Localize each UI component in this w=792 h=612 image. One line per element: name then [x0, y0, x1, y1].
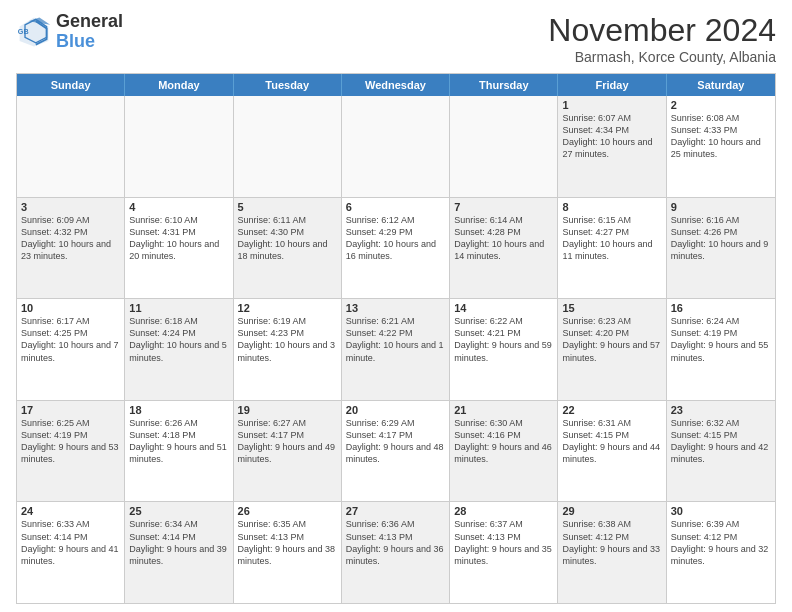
day-info: Sunrise: 6:11 AM Sunset: 4:30 PM Dayligh… [238, 214, 337, 263]
day-cell-29: 29Sunrise: 6:38 AM Sunset: 4:12 PM Dayli… [558, 502, 666, 603]
calendar: SundayMondayTuesdayWednesdayThursdayFrid… [16, 73, 776, 604]
page: GB General Blue November 2024 Barmash, K… [0, 0, 792, 612]
day-info: Sunrise: 6:27 AM Sunset: 4:17 PM Dayligh… [238, 417, 337, 466]
day-header-tuesday: Tuesday [234, 74, 342, 96]
day-info: Sunrise: 6:34 AM Sunset: 4:14 PM Dayligh… [129, 518, 228, 567]
day-cell-2: 2Sunrise: 6:08 AM Sunset: 4:33 PM Daylig… [667, 96, 775, 197]
day-number: 12 [238, 302, 337, 314]
day-info: Sunrise: 6:15 AM Sunset: 4:27 PM Dayligh… [562, 214, 661, 263]
day-info: Sunrise: 6:32 AM Sunset: 4:15 PM Dayligh… [671, 417, 771, 466]
day-cell-27: 27Sunrise: 6:36 AM Sunset: 4:13 PM Dayli… [342, 502, 450, 603]
day-number: 29 [562, 505, 661, 517]
day-number: 24 [21, 505, 120, 517]
day-cell-17: 17Sunrise: 6:25 AM Sunset: 4:19 PM Dayli… [17, 401, 125, 502]
week-row-4: 24Sunrise: 6:33 AM Sunset: 4:14 PM Dayli… [17, 502, 775, 603]
logo-icon: GB [16, 14, 52, 50]
day-header-friday: Friday [558, 74, 666, 96]
day-info: Sunrise: 6:21 AM Sunset: 4:22 PM Dayligh… [346, 315, 445, 364]
day-number: 17 [21, 404, 120, 416]
day-cell-12: 12Sunrise: 6:19 AM Sunset: 4:23 PM Dayli… [234, 299, 342, 400]
day-cell-10: 10Sunrise: 6:17 AM Sunset: 4:25 PM Dayli… [17, 299, 125, 400]
day-cell-1: 1Sunrise: 6:07 AM Sunset: 4:34 PM Daylig… [558, 96, 666, 197]
day-number: 9 [671, 201, 771, 213]
day-cell-18: 18Sunrise: 6:26 AM Sunset: 4:18 PM Dayli… [125, 401, 233, 502]
day-number: 23 [671, 404, 771, 416]
day-cell-30: 30Sunrise: 6:39 AM Sunset: 4:12 PM Dayli… [667, 502, 775, 603]
day-number: 18 [129, 404, 228, 416]
day-cell-16: 16Sunrise: 6:24 AM Sunset: 4:19 PM Dayli… [667, 299, 775, 400]
day-number: 16 [671, 302, 771, 314]
day-info: Sunrise: 6:30 AM Sunset: 4:16 PM Dayligh… [454, 417, 553, 466]
day-cell-22: 22Sunrise: 6:31 AM Sunset: 4:15 PM Dayli… [558, 401, 666, 502]
empty-cell [125, 96, 233, 197]
logo-blue: Blue [56, 31, 95, 51]
day-cell-14: 14Sunrise: 6:22 AM Sunset: 4:21 PM Dayli… [450, 299, 558, 400]
day-info: Sunrise: 6:26 AM Sunset: 4:18 PM Dayligh… [129, 417, 228, 466]
day-cell-28: 28Sunrise: 6:37 AM Sunset: 4:13 PM Dayli… [450, 502, 558, 603]
day-number: 22 [562, 404, 661, 416]
day-info: Sunrise: 6:12 AM Sunset: 4:29 PM Dayligh… [346, 214, 445, 263]
day-number: 6 [346, 201, 445, 213]
day-cell-5: 5Sunrise: 6:11 AM Sunset: 4:30 PM Daylig… [234, 198, 342, 299]
day-cell-21: 21Sunrise: 6:30 AM Sunset: 4:16 PM Dayli… [450, 401, 558, 502]
calendar-header: SundayMondayTuesdayWednesdayThursdayFrid… [17, 74, 775, 96]
day-cell-20: 20Sunrise: 6:29 AM Sunset: 4:17 PM Dayli… [342, 401, 450, 502]
day-header-wednesday: Wednesday [342, 74, 450, 96]
day-info: Sunrise: 6:37 AM Sunset: 4:13 PM Dayligh… [454, 518, 553, 567]
day-cell-23: 23Sunrise: 6:32 AM Sunset: 4:15 PM Dayli… [667, 401, 775, 502]
day-cell-13: 13Sunrise: 6:21 AM Sunset: 4:22 PM Dayli… [342, 299, 450, 400]
day-number: 15 [562, 302, 661, 314]
day-number: 13 [346, 302, 445, 314]
day-info: Sunrise: 6:24 AM Sunset: 4:19 PM Dayligh… [671, 315, 771, 364]
day-header-sunday: Sunday [17, 74, 125, 96]
empty-cell [450, 96, 558, 197]
day-number: 30 [671, 505, 771, 517]
day-cell-15: 15Sunrise: 6:23 AM Sunset: 4:20 PM Dayli… [558, 299, 666, 400]
day-number: 25 [129, 505, 228, 517]
calendar-body: 1Sunrise: 6:07 AM Sunset: 4:34 PM Daylig… [17, 96, 775, 603]
week-row-0: 1Sunrise: 6:07 AM Sunset: 4:34 PM Daylig… [17, 96, 775, 198]
day-number: 14 [454, 302, 553, 314]
header: GB General Blue November 2024 Barmash, K… [16, 12, 776, 65]
day-cell-25: 25Sunrise: 6:34 AM Sunset: 4:14 PM Dayli… [125, 502, 233, 603]
logo-general: General [56, 11, 123, 31]
svg-text:GB: GB [18, 27, 29, 36]
day-number: 3 [21, 201, 120, 213]
day-header-monday: Monday [125, 74, 233, 96]
day-info: Sunrise: 6:31 AM Sunset: 4:15 PM Dayligh… [562, 417, 661, 466]
empty-cell [234, 96, 342, 197]
day-cell-4: 4Sunrise: 6:10 AM Sunset: 4:31 PM Daylig… [125, 198, 233, 299]
day-info: Sunrise: 6:23 AM Sunset: 4:20 PM Dayligh… [562, 315, 661, 364]
day-info: Sunrise: 6:08 AM Sunset: 4:33 PM Dayligh… [671, 112, 771, 161]
week-row-2: 10Sunrise: 6:17 AM Sunset: 4:25 PM Dayli… [17, 299, 775, 401]
day-cell-11: 11Sunrise: 6:18 AM Sunset: 4:24 PM Dayli… [125, 299, 233, 400]
day-header-thursday: Thursday [450, 74, 558, 96]
empty-cell [17, 96, 125, 197]
day-info: Sunrise: 6:35 AM Sunset: 4:13 PM Dayligh… [238, 518, 337, 567]
day-number: 21 [454, 404, 553, 416]
day-number: 8 [562, 201, 661, 213]
day-number: 28 [454, 505, 553, 517]
day-info: Sunrise: 6:33 AM Sunset: 4:14 PM Dayligh… [21, 518, 120, 567]
day-number: 27 [346, 505, 445, 517]
logo: GB General Blue [16, 12, 123, 52]
day-info: Sunrise: 6:19 AM Sunset: 4:23 PM Dayligh… [238, 315, 337, 364]
day-cell-7: 7Sunrise: 6:14 AM Sunset: 4:28 PM Daylig… [450, 198, 558, 299]
week-row-3: 17Sunrise: 6:25 AM Sunset: 4:19 PM Dayli… [17, 401, 775, 503]
day-info: Sunrise: 6:25 AM Sunset: 4:19 PM Dayligh… [21, 417, 120, 466]
day-info: Sunrise: 6:16 AM Sunset: 4:26 PM Dayligh… [671, 214, 771, 263]
day-info: Sunrise: 6:07 AM Sunset: 4:34 PM Dayligh… [562, 112, 661, 161]
title-block: November 2024 Barmash, Korce County, Alb… [548, 12, 776, 65]
day-info: Sunrise: 6:36 AM Sunset: 4:13 PM Dayligh… [346, 518, 445, 567]
day-cell-19: 19Sunrise: 6:27 AM Sunset: 4:17 PM Dayli… [234, 401, 342, 502]
empty-cell [342, 96, 450, 197]
day-cell-24: 24Sunrise: 6:33 AM Sunset: 4:14 PM Dayli… [17, 502, 125, 603]
logo-text: General Blue [56, 12, 123, 52]
day-number: 5 [238, 201, 337, 213]
day-number: 1 [562, 99, 661, 111]
day-header-saturday: Saturday [667, 74, 775, 96]
day-cell-26: 26Sunrise: 6:35 AM Sunset: 4:13 PM Dayli… [234, 502, 342, 603]
day-cell-3: 3Sunrise: 6:09 AM Sunset: 4:32 PM Daylig… [17, 198, 125, 299]
day-number: 2 [671, 99, 771, 111]
week-row-1: 3Sunrise: 6:09 AM Sunset: 4:32 PM Daylig… [17, 198, 775, 300]
